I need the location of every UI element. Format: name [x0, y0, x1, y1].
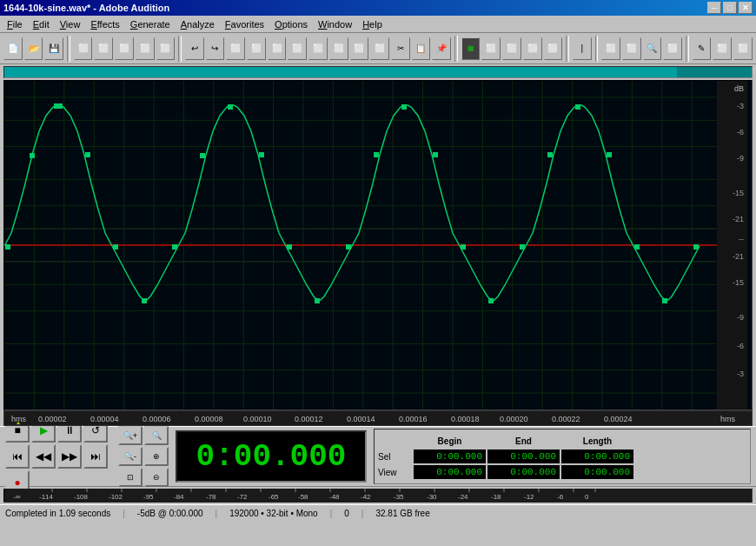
tb-btn12[interactable]: ⬜ — [350, 37, 369, 60]
time-value: 0:00.000 — [196, 439, 347, 475]
menu-edit[interactable]: Edit — [28, 18, 55, 30]
tb-btn9[interactable]: ⬜ — [288, 37, 307, 60]
close-button[interactable]: ✕ — [739, 2, 753, 14]
tb-btn16[interactable]: ⬜ — [523, 37, 542, 60]
tb-btn22[interactable]: ✎ — [693, 37, 712, 60]
tb-open[interactable]: 📂 — [24, 37, 43, 60]
tb-separator-3 — [454, 36, 458, 62]
tb-btn21[interactable]: ⬜ — [663, 37, 682, 60]
tb-btn8[interactable]: ⬜ — [268, 37, 287, 60]
back-button[interactable]: ◀◀ — [31, 444, 56, 469]
rewind-button[interactable]: ⏮ — [5, 444, 30, 469]
tb-btn15[interactable]: ⬜ — [502, 37, 521, 60]
tb-btn20[interactable]: ⬜ — [622, 37, 641, 60]
end-header: End — [487, 436, 560, 446]
zoom-out-h-button[interactable]: 🔍- — [118, 447, 143, 466]
tb-cut[interactable]: ✂ — [391, 37, 410, 60]
menu-analyze[interactable]: Analyze — [176, 18, 220, 30]
end-button[interactable]: ⏭ — [83, 444, 108, 469]
svg-text:-18: -18 — [491, 493, 501, 501]
svg-rect-60 — [575, 104, 580, 110]
svg-text:-114: -114 — [39, 493, 54, 501]
tb-btn18[interactable]: | — [573, 37, 592, 60]
svg-text:-21: -21 — [733, 252, 744, 261]
zoom-label-v-button[interactable]: ⊡ — [118, 468, 143, 487]
svg-text:-6: -6 — [557, 493, 564, 501]
tb-search[interactable]: 🔍 — [643, 37, 662, 60]
view-length-value[interactable]: 0:00.000 — [561, 465, 633, 479]
menu-favorites[interactable]: Favorites — [220, 18, 269, 30]
zoom-in-v-button[interactable]: ⊕ — [144, 447, 169, 466]
svg-text:-6: -6 — [737, 342, 744, 350]
tb-btn3[interactable]: ⬜ — [115, 37, 134, 60]
minimize-button[interactable]: ─ — [707, 2, 721, 14]
tb-btn11[interactable]: ⬜ — [329, 37, 348, 60]
tb-btn6[interactable]: ⬜ — [226, 37, 245, 60]
titlebar: 1644-10k-sine.wav* - Adobe Audition ─ □ … — [0, 0, 756, 16]
status-samplerate: 192000 • 32-bit • Mono — [229, 509, 318, 518]
menu-window[interactable]: Window — [313, 18, 357, 30]
zoom-in-h-button[interactable]: 🔍+ — [118, 426, 143, 445]
waveform-scrollbar[interactable] — [3, 66, 753, 78]
menu-generate[interactable]: Generate — [125, 18, 176, 30]
svg-text:hms: hms — [720, 415, 736, 423]
tb-btn24[interactable]: ⬜ — [733, 37, 753, 60]
tb-undo[interactable]: ↩ — [185, 37, 204, 60]
svg-text:0.00022: 0.00022 — [552, 415, 580, 423]
sel-length-value[interactable]: 0:00.000 — [561, 449, 633, 463]
view-begin-value[interactable]: 0:00.000 — [414, 465, 486, 479]
level-meter: -∞ -114 -108 -102 -95 -84 -78 -72 -65 -5… — [3, 489, 753, 503]
tb-btn14[interactable]: ⬜ — [481, 37, 501, 60]
tb-btn19[interactable]: ⬜ — [601, 37, 620, 60]
svg-text:-65: -65 — [269, 493, 279, 501]
tb-btn4[interactable]: ⬜ — [136, 37, 155, 60]
selection-header-row: Begin End Length — [378, 433, 746, 449]
menu-file[interactable]: File — [2, 18, 28, 30]
svg-text:-12: -12 — [524, 493, 534, 501]
svg-rect-52 — [346, 244, 351, 250]
forward-button[interactable]: ▶▶ — [57, 444, 82, 469]
svg-rect-44 — [113, 244, 118, 250]
zoom-out-v-button[interactable]: ⊖ — [144, 468, 169, 487]
tb-btn23[interactable]: ⬜ — [713, 37, 732, 60]
menu-help[interactable]: Help — [357, 18, 388, 30]
zoom-label-h-button[interactable]: 🔍 — [144, 426, 169, 445]
time-ruler-svg: hms 0.00002 0.00004 0.00006 0.00008 0.00… — [8, 410, 748, 426]
menu-view[interactable]: View — [55, 18, 86, 30]
transport-area: ■ ▶ ⏸ ↺ ⏮ ◀◀ ▶▶ ⏭ ● 🔍+ 🔍 🔍- ⊕ ⊡ ⊖ 0:00.0… — [0, 426, 756, 487]
tb-save[interactable]: 💾 — [44, 37, 63, 60]
tb-redo[interactable]: ↪ — [206, 37, 225, 60]
svg-rect-50 — [287, 244, 292, 250]
tb-copy[interactable]: 📋 — [412, 37, 431, 60]
tb-btn5[interactable]: ⬜ — [156, 37, 176, 60]
tb-paste[interactable]: 📌 — [432, 37, 451, 60]
svg-text:-72: -72 — [237, 493, 248, 501]
svg-text:0.00010: 0.00010 — [243, 415, 272, 423]
svg-rect-55 — [433, 152, 438, 157]
tb-new[interactable]: 📄 — [3, 37, 23, 60]
tb-spectrum[interactable]: ▦ — [461, 37, 481, 60]
tb-btn2[interactable]: ⬜ — [94, 37, 113, 60]
svg-rect-40 — [5, 244, 10, 250]
status-message: Completed in 1.09 seconds — [5, 509, 110, 518]
menu-effects[interactable]: Effects — [85, 18, 124, 30]
window-title: 1644-10k-sine.wav* - Adobe Audition — [3, 3, 169, 13]
waveform-display[interactable]: dB -3 -6 -9 -15 -21 -- -21 -15 -9 -6 -3 — [3, 80, 753, 410]
svg-text:0.00016: 0.00016 — [399, 415, 428, 423]
svg-rect-53 — [374, 152, 379, 157]
menu-options[interactable]: Options — [269, 18, 313, 30]
sel-begin-value[interactable]: 0:00.000 — [414, 449, 486, 463]
tb-btn10[interactable]: ⬜ — [308, 37, 328, 60]
sel-end-value[interactable]: 0:00.000 — [487, 449, 560, 463]
tb-btn7[interactable]: ⬜ — [247, 37, 266, 60]
tb-btn1[interactable]: ⬜ — [74, 37, 93, 60]
svg-text:-3: -3 — [737, 102, 744, 110]
status-sep-1: | — [123, 509, 125, 518]
svg-text:0.00018: 0.00018 — [451, 415, 480, 423]
svg-text:-15: -15 — [733, 278, 744, 287]
view-end-value[interactable]: 0:00.000 — [487, 465, 560, 479]
tb-btn17[interactable]: ⬜ — [544, 37, 563, 60]
begin-header: Begin — [413, 436, 487, 446]
maximize-button[interactable]: □ — [723, 2, 737, 14]
tb-btn13[interactable]: ⬜ — [370, 37, 389, 60]
